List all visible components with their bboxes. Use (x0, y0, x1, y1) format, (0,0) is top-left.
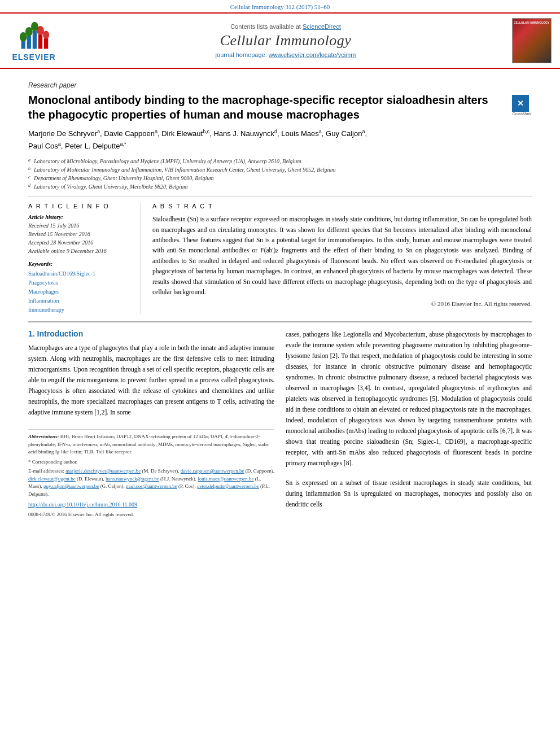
intro-body-right: cases, pathogens like Legionella and Myc… (286, 329, 532, 469)
issn-line: 0008-8749/© 2016 Elsevier Inc. All right… (28, 512, 274, 517)
author-louis: Louis Maes (281, 129, 318, 138)
main-content: Research paper Monoclonal antibody bindi… (0, 69, 560, 517)
email-person-marjorie: (M. De Schryver), (142, 468, 180, 474)
crossmark-area[interactable]: ✕ CrossMark (512, 95, 532, 116)
article-history: Article history: Received 15 July 2016 R… (28, 214, 132, 255)
keywords-label: Keywords: (28, 261, 132, 267)
intro-body-left: Macrophages are a type of phagocytes tha… (28, 343, 274, 418)
sup-a1: a (97, 129, 100, 134)
email-louis[interactable]: louis.maes@uantwerpen.be (198, 476, 253, 482)
affiliations-block: a Laboratory of Microbiology, Parasitolo… (28, 157, 532, 191)
keywords-section: Keywords: Sialoadhesin/CD169/Siglec-1 Ph… (28, 261, 132, 314)
journal-cover-thumbnail (512, 18, 552, 63)
email-davie[interactable]: davie.cappoen@uantwerpen.be (181, 468, 244, 474)
svg-point-9 (43, 30, 49, 39)
abbreviations-text: BHI, Brain Heart Infusion; DAP12, DNAX-a… (28, 434, 269, 455)
author-guy: Guy Caljon (326, 129, 362, 138)
intro-left-column: 1. Introduction Macrophages are a type o… (28, 329, 274, 517)
journal-ref-text: Cellular Immunology 312 (2017) 51–60 (230, 3, 330, 10)
crossmark-label: CrossMark (512, 112, 532, 116)
email-paul[interactable]: paul.cos@uantwerpen.be (126, 483, 177, 489)
abstract-text: Sialoadhesin (Sn) is a surface receptor … (152, 214, 532, 297)
homepage-url[interactable]: www.elsevier.com/locate/ycimm (269, 51, 356, 58)
email-peter[interactable]: peter.delputte@uantwerpen.be (197, 483, 259, 489)
footnotes-area: Abbreviations: BHI, Brain Heart Infusion… (28, 429, 274, 517)
crossmark-box: ✕ (512, 95, 529, 112)
sup-a4: a (362, 129, 365, 134)
paper-title: Monoclonal antibody binding to the macro… (28, 93, 506, 122)
heavy-divider (28, 321, 532, 322)
sup-a5: a (58, 141, 61, 147)
svg-rect-3 (38, 34, 42, 49)
author-marjorie: Marjorie De Schryver (28, 129, 97, 138)
elsevier-wordmark: ELSEVIER (12, 53, 55, 62)
info-abstract-section: A R T I C L E I N F O Article history: R… (28, 203, 532, 314)
keyword-3[interactable]: Macrophages (28, 287, 132, 296)
svg-rect-4 (43, 38, 47, 49)
history-revised: Revised 15 November 2016 (28, 230, 132, 238)
keyword-4[interactable]: Inflammation (28, 296, 132, 305)
contents-line: Contents lists available at ScienceDirec… (230, 23, 341, 30)
email-person-davie: (D. Cappoen), (246, 468, 274, 474)
email-person-hans: (H.J. Nauwynck), (160, 476, 198, 482)
paper-type-label: Research paper (28, 81, 532, 89)
elsevier-tree-icon (19, 20, 50, 51)
history-accepted: Accepted 28 November 2016 (28, 238, 132, 247)
article-info-column: A R T I C L E I N F O Article history: R… (28, 203, 141, 314)
homepage-label: journal homepage: (216, 51, 267, 58)
divider-1 (28, 196, 532, 197)
email-person-guy: (G. Caljon), (100, 483, 126, 489)
keyword-2[interactable]: Phagocytosis (28, 278, 132, 287)
email-marjorie[interactable]: marjorie.deschryver@uantwerpen.be (65, 468, 141, 474)
svg-rect-1 (27, 36, 30, 49)
abbreviations-label: Abbreviations: (28, 434, 59, 439)
author-dirk: Dirk Elewaut (161, 129, 203, 138)
affiliation-a: a Laboratory of Microbiology, Parasitolo… (28, 157, 532, 165)
doi-line: http://dx.doi.org/10.1016/j.cellimm.2016… (28, 500, 274, 509)
email-person-paul: (P. Cos), (178, 483, 197, 489)
header-left: ELSEVIER (6, 18, 62, 63)
email-person-dirk: (D. Elewaut), (77, 476, 106, 482)
sup-a-star: a,* (120, 141, 126, 147)
header-center: Contents lists available at ScienceDirec… (68, 18, 504, 63)
email-guy[interactable]: guy.caljon@uantwerpen.be (43, 483, 99, 489)
doi-link[interactable]: http://dx.doi.org/10.1016/j.cellimm.2016… (28, 501, 137, 508)
header-right (509, 18, 554, 63)
sup-a3: a (319, 129, 322, 134)
author-davie: Davie Cappoen (104, 129, 155, 138)
affiliation-c: c Department of Rheumatology, Ghent Univ… (28, 174, 532, 182)
author-paul: Paul Cos (28, 142, 58, 150)
authors-line: Marjorie De Schryvera, Davie Cappoena, D… (28, 128, 532, 152)
abbreviations-block: Abbreviations: BHI, Brain Heart Infusion… (28, 433, 274, 456)
keyword-5[interactable]: Immunotherapy (28, 305, 132, 314)
elsevier-logo: ELSEVIER (12, 20, 55, 62)
sup-bc: b,c (203, 129, 209, 134)
email-hans[interactable]: hans.nauwynck@ugent.be (106, 476, 159, 482)
journal-name: Cellular Immunology (220, 32, 352, 49)
article-info-header: A R T I C L E I N F O (28, 203, 132, 209)
intro-section-title: 1. Introduction (28, 329, 274, 338)
abstract-header: A B S T R A C T (152, 203, 532, 209)
corresponding-note: * Corresponding author. (28, 458, 274, 466)
copyright-line: © 2016 Elsevier Inc. All rights reserved… (152, 300, 532, 307)
email-dirk[interactable]: dirk.elewaut@ugent.be (28, 476, 76, 482)
intro-right-column: cases, pathogens like Legionella and Myc… (286, 329, 532, 517)
intro-body-right2: Sn is expressed on a subset of tissue re… (286, 478, 532, 510)
contents-text: Contents lists available at (230, 23, 301, 30)
journal-homepage: journal homepage: www.elsevier.com/locat… (216, 51, 356, 58)
keyword-1[interactable]: Sialoadhesin/CD169/Siglec-1 (28, 269, 132, 278)
title-row: Monoclonal antibody binding to the macro… (28, 93, 532, 128)
sciencedirect-link[interactable]: ScienceDirect (303, 23, 341, 30)
author-hans: Hans J. Nauwynck (213, 129, 274, 138)
svg-rect-0 (21, 41, 25, 49)
email-label: E-mail addresses: (28, 468, 64, 474)
email-block: E-mail addresses: marjorie.deschryver@ua… (28, 468, 274, 498)
sup-a2: a (155, 129, 158, 134)
sup-d: d (274, 129, 277, 134)
history-label: Article history: (28, 214, 132, 220)
journal-ref-bar: Cellular Immunology 312 (2017) 51–60 (0, 0, 560, 12)
header-section: ELSEVIER Contents lists available at Sci… (0, 12, 560, 69)
introduction-section: 1. Introduction Macrophages are a type o… (28, 329, 532, 517)
svg-rect-2 (32, 30, 36, 49)
page: Cellular Immunology 312 (2017) 51–60 (0, 0, 560, 747)
